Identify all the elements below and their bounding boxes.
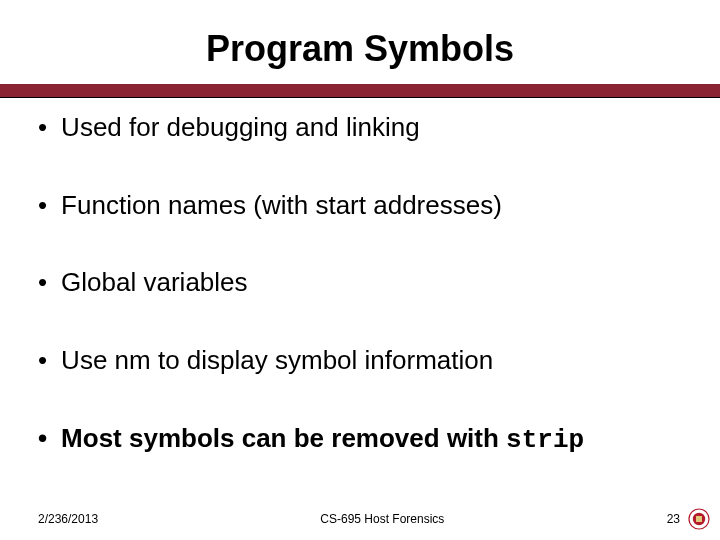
bullet-glyph: • <box>36 267 61 299</box>
bullet-prefix: Most symbols can be removed with <box>61 423 506 453</box>
list-item: • Used for debugging and linking <box>36 112 684 144</box>
footer-page-number: 23 <box>667 512 684 526</box>
bullet-glyph: • <box>36 423 61 455</box>
bullet-glyph: • <box>36 190 61 222</box>
bullet-text: Used for debugging and linking <box>61 112 419 144</box>
slide-footer: 2/236/2013 CS-695 Host Forensics 23 <box>0 506 720 532</box>
bullet-glyph: • <box>36 345 61 377</box>
institution-logo-icon <box>688 508 710 530</box>
title-rule <box>0 84 720 98</box>
bullet-text: Global variables <box>61 267 247 299</box>
list-item: • Use nm to display symbol information <box>36 345 684 377</box>
svg-rect-2 <box>696 516 702 522</box>
footer-course: CS-695 Host Forensics <box>98 512 667 526</box>
bullet-text: Use nm to display symbol information <box>61 345 493 377</box>
bullet-glyph: • <box>36 112 61 144</box>
list-item: • Function names (with start addresses) <box>36 190 684 222</box>
list-item: • Global variables <box>36 267 684 299</box>
bullet-code: strip <box>506 425 584 455</box>
slide-title: Program Symbols <box>36 28 684 70</box>
bullet-text: Function names (with start addresses) <box>61 190 502 222</box>
footer-date: 2/236/2013 <box>10 512 98 526</box>
list-item: • Most symbols can be removed with strip <box>36 423 684 457</box>
bullet-list: • Used for debugging and linking • Funct… <box>36 112 684 457</box>
slide: Program Symbols • Used for debugging and… <box>0 0 720 540</box>
bullet-text: Most symbols can be removed with strip <box>61 423 584 457</box>
